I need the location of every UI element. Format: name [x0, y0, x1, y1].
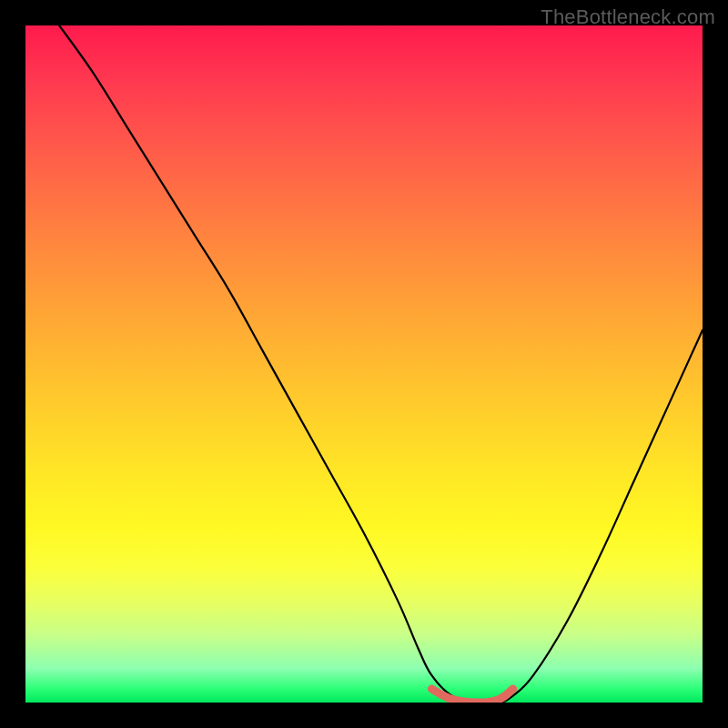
bottleneck-curve-path — [59, 25, 703, 703]
chart-svg — [25, 25, 703, 703]
watermark-text: TheBottleneck.com — [541, 5, 715, 29]
chart-plot-area — [25, 25, 703, 703]
